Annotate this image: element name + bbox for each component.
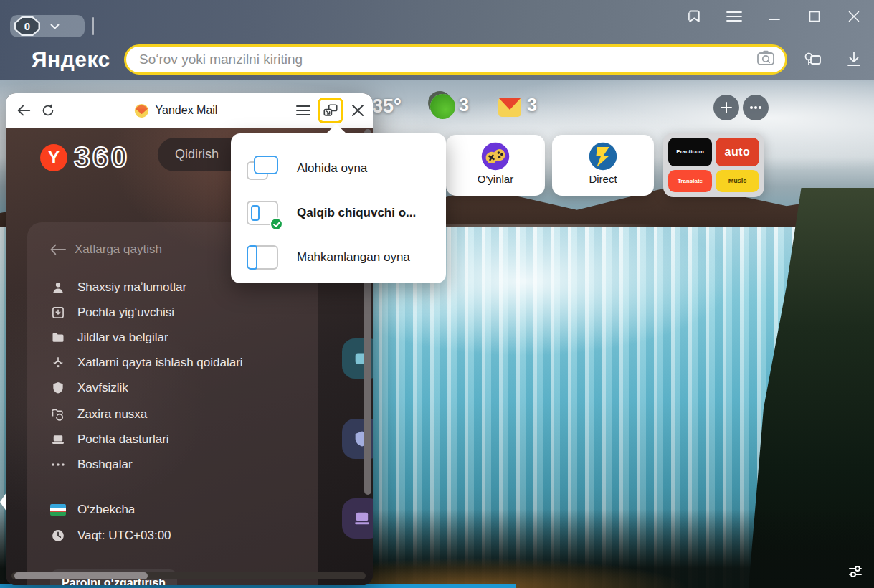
menu-item-label: Pochta dasturlari: [77, 432, 169, 447]
back-icon: [19, 106, 30, 115]
language-row[interactable]: Oʻzbekcha: [50, 502, 135, 518]
tab-badge-count: 0: [16, 18, 39, 34]
window-mode-dropdown: Alohida oyna Qalqib chiquvchi o... Mahka…: [231, 133, 446, 283]
mail-collector-icon: [50, 305, 66, 321]
menu-item-label: Pochta yigʻuvchisi: [77, 305, 174, 320]
tile-direct[interactable]: Direct: [552, 135, 654, 196]
tab-separator: [92, 17, 94, 35]
menu-item-rules[interactable]: Xatlarni qayta ishlash qoidalari: [50, 355, 243, 371]
mail-widget-icon[interactable]: [498, 96, 522, 121]
wallpaper-glow: [301, 545, 803, 588]
y360-logo-circle: Y: [40, 144, 67, 171]
menu-item-security[interactable]: Xavfsizlik: [50, 380, 128, 396]
dropdown-item-floating-window[interactable]: Qalqib chiquvchi o...: [231, 191, 446, 235]
image-search-icon[interactable]: [756, 49, 775, 70]
download-icon: [846, 51, 862, 68]
maximize-icon: [809, 11, 820, 22]
back-to-mail-link[interactable]: Xatlarga qaytish: [50, 242, 162, 257]
grid-app-auto[interactable]: auto: [716, 138, 759, 166]
separate-window-icon: [247, 154, 280, 183]
menu-item-mail-apps[interactable]: Pochta dasturlari: [50, 432, 169, 447]
menu-item-label: Shaxsiy maʼlumotlar: [77, 280, 186, 295]
backup-icon: [50, 407, 66, 422]
menu-item-personal[interactable]: Shaxsiy maʼlumotlar: [50, 280, 186, 295]
user-icon: [50, 280, 66, 295]
weather-widget[interactable]: 35°: [372, 95, 402, 118]
bookmarks-panel-button[interactable]: [682, 6, 706, 27]
menu-item-label: Jildlar va belgilar: [77, 331, 168, 345]
menu-item-backup[interactable]: Zaxira nusxa: [50, 407, 147, 422]
password-manager-button[interactable]: [798, 47, 825, 72]
tab-shield-badge[interactable]: 0: [14, 16, 40, 36]
menu-icon: [296, 105, 310, 116]
y360-logo-number: 360: [74, 141, 129, 174]
widgets-menu-button[interactable]: [743, 95, 769, 120]
chevron-down-icon[interactable]: [50, 21, 60, 32]
pinned-window-icon: [247, 243, 280, 272]
grid-app-practicum[interactable]: Practicum: [668, 138, 712, 166]
scrollbar-thumb[interactable]: [14, 572, 148, 579]
folder-icon: [50, 330, 66, 346]
timezone-row[interactable]: Vaqt: UTC+03:00: [50, 528, 171, 544]
sliders-icon: [847, 564, 864, 579]
add-widget-button[interactable]: [713, 95, 739, 120]
tile-games[interactable]: O'yinlar: [446, 135, 545, 196]
window-mode-button[interactable]: [318, 98, 343, 123]
popup-menu-button[interactable]: [291, 98, 315, 123]
bookmark-icon: [685, 8, 703, 25]
dropdown-item-pinned-window[interactable]: Mahkamlangan oyna: [231, 235, 446, 280]
dropdown-item-separate-window[interactable]: Alohida oyna: [231, 146, 446, 191]
minimize-icon: [769, 11, 780, 22]
close-icon: [351, 104, 364, 117]
browser-window: 35° 3 3 O'yinlar Direct Practicum auto T…: [0, 0, 874, 588]
search-bar[interactable]: [124, 44, 787, 75]
messenger-icon[interactable]: [430, 94, 455, 119]
mail-count: 3: [527, 95, 537, 115]
back-button[interactable]: [11, 98, 36, 123]
y360-logo: Y 360: [40, 141, 129, 174]
tab-pill[interactable]: 0: [10, 15, 85, 37]
browser-chrome: 0 Яндекс: [0, 0, 874, 80]
reload-button[interactable]: [36, 98, 60, 123]
mail-favicon: [134, 103, 149, 118]
menu-item-label: Xavfsizlik: [77, 381, 128, 395]
dropdown-item-label: Alohida oyna: [297, 161, 367, 176]
tile-games-label: O'yinlar: [478, 173, 513, 185]
grid-app-translate[interactable]: Translate: [668, 170, 712, 193]
apps-section-icon[interactable]: [342, 498, 373, 539]
menu-item-label: Boshqalar: [77, 457, 133, 472]
wallpaper-settings-button[interactable]: [845, 562, 865, 581]
popup-horizontal-scrollbar[interactable]: [11, 572, 366, 579]
search-input[interactable]: [139, 52, 756, 67]
messenger-count: 3: [459, 95, 469, 115]
reload-icon: [40, 103, 56, 118]
close-icon: [848, 11, 860, 22]
popup-title-area: Yandex Mail: [60, 103, 291, 118]
close-window-button[interactable]: [842, 6, 866, 27]
language-label: Oʻzbekcha: [77, 503, 135, 517]
dropdown-item-label: Qalqib chiquvchi o...: [297, 206, 416, 220]
tile-app-grid[interactable]: Practicum auto Translate Music: [663, 133, 764, 197]
uz-flag-icon: [50, 502, 66, 518]
back-to-mail-label: Xatlarga qaytish: [75, 242, 162, 257]
direct-icon: [588, 141, 618, 171]
browser-menu-button[interactable]: [722, 6, 746, 27]
rules-icon: [50, 355, 66, 371]
minimize-button[interactable]: [762, 6, 787, 27]
maximize-button[interactable]: [802, 6, 827, 27]
downloads-button[interactable]: [840, 47, 868, 72]
key-icon: [801, 50, 822, 69]
back-arrow-icon: [50, 244, 66, 255]
tile-direct-label: Direct: [589, 173, 617, 185]
grid-app-music[interactable]: Music: [716, 170, 759, 193]
popup-close-button[interactable]: [346, 98, 370, 123]
menu-item-collector[interactable]: Pochta yigʻuvchisi: [50, 305, 174, 321]
yandex-logo[interactable]: Яндекс: [32, 47, 110, 72]
menu-icon: [726, 11, 742, 22]
dropdown-arrow: [326, 124, 347, 134]
menu-item-folders[interactable]: Jildlar va belgilar: [50, 330, 168, 346]
menu-item-more[interactable]: Boshqalar: [50, 457, 133, 473]
floating-window-icon: [247, 199, 280, 227]
timezone-label: Vaqt: UTC+03:00: [77, 528, 171, 543]
popup-title: Yandex Mail: [156, 104, 218, 117]
